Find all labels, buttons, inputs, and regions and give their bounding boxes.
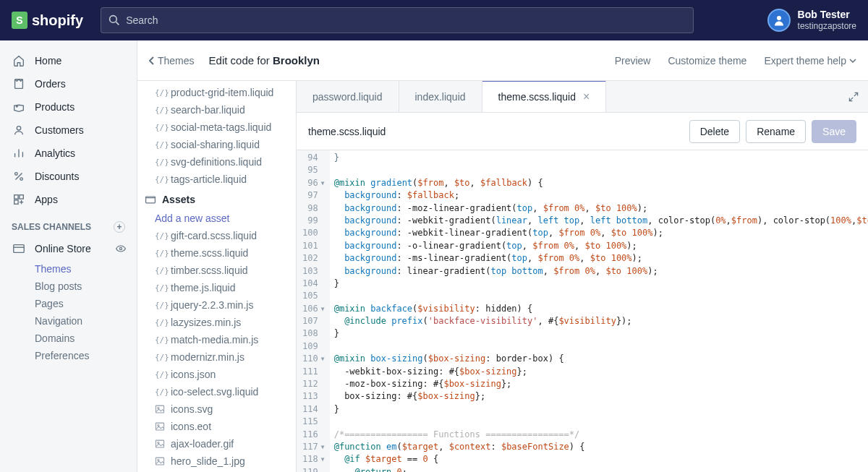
tree-item[interactable]: {/}match-media.min.js <box>137 331 296 348</box>
file-name: icons.eot <box>171 421 211 432</box>
code-body[interactable]: } @mixin gradient($from, $to, $fallback)… <box>330 150 868 472</box>
tree-item[interactable]: {/}theme.js.liquid <box>137 279 296 296</box>
tree-item[interactable]: {/}timber.scss.liquid <box>137 262 296 279</box>
nav-item-label: Customers <box>35 124 84 136</box>
tab-index-liquid[interactable]: index.liquid <box>399 81 482 112</box>
analytics-icon <box>12 146 26 160</box>
nav-online-store[interactable]: Online Store <box>0 237 103 260</box>
liquid-file-icon: {/} <box>155 353 166 362</box>
svg-line-9 <box>16 173 22 180</box>
expert-help-link[interactable]: Expert theme help <box>764 55 856 66</box>
delete-button[interactable]: Delete <box>689 120 740 143</box>
nav-item-analytics[interactable]: Analytics <box>0 142 137 165</box>
file-tree[interactable]: {/}product-grid-item.liquid{/}search-bar… <box>137 81 297 472</box>
liquid-file-icon: {/} <box>155 158 166 167</box>
tree-item[interactable]: {/}search-bar.liquid <box>137 101 296 119</box>
nav-item-orders[interactable]: Orders <box>0 72 137 95</box>
image-file-icon <box>155 404 166 414</box>
nav-sub-domains[interactable]: Domains <box>0 330 137 347</box>
tree-item[interactable]: {/}social-meta-tags.liquid <box>137 119 296 136</box>
svg-line-1 <box>116 22 119 25</box>
liquid-file-icon: {/} <box>155 175 166 184</box>
nav-item-discounts[interactable]: Discounts <box>0 165 137 188</box>
nav-sub-navigation[interactable]: Navigation <box>0 312 137 330</box>
file-name: social-meta-tags.liquid <box>171 121 271 133</box>
svg-line-31 <box>854 93 858 96</box>
user-menu[interactable]: Bob Tester testingzapstore <box>750 9 856 32</box>
nav-item-label: Online Store <box>35 243 91 254</box>
tree-item[interactable]: hero_slide_1.jpg <box>137 452 296 470</box>
tree-item[interactable]: icons.eot <box>137 418 296 435</box>
tab-password-liquid[interactable]: password.liquid <box>297 81 399 112</box>
line-gutter: 949596▾979899100101102103104105106▾10710… <box>297 150 330 472</box>
file-name: ajax-loader.gif <box>171 438 234 450</box>
preview-link[interactable]: Preview <box>615 55 651 66</box>
tab-theme-scss-liquid[interactable]: theme.scss.liquid× <box>482 81 607 112</box>
tree-item[interactable]: {/}modernizr.min.js <box>137 348 296 366</box>
customers-icon <box>12 123 26 137</box>
tree-item[interactable]: {/}tags-article.liquid <box>137 171 296 188</box>
logo[interactable]: shopify <box>12 12 83 29</box>
products-icon <box>12 100 26 114</box>
nav-sub-themes[interactable]: Themes <box>0 260 137 278</box>
discounts-icon <box>12 169 26 184</box>
tree-item[interactable]: {/}svg-definitions.liquid <box>137 153 296 171</box>
nav-item-customers[interactable]: Customers <box>0 119 137 142</box>
filename: theme.scss.liquid <box>308 126 386 137</box>
tree-item[interactable]: {/}social-sharing.liquid <box>137 136 296 153</box>
tree-item[interactable]: {/}product-grid-item.liquid <box>137 84 296 101</box>
orders-icon <box>12 77 26 91</box>
code-editor[interactable]: 949596▾979899100101102103104105106▾10710… <box>297 150 868 472</box>
editor: password.liquidindex.liquidtheme.scss.li… <box>297 81 868 472</box>
file-name: modernizr.min.js <box>171 351 244 363</box>
tree-item[interactable]: {/}icons.json <box>137 366 296 383</box>
assets-folder[interactable]: Assets <box>137 188 296 210</box>
tree-item[interactable]: {/}theme.scss.liquid <box>137 244 296 262</box>
file-name: search-bar.liquid <box>171 104 245 116</box>
add-channel-icon[interactable]: + <box>114 221 125 233</box>
tree-item[interactable]: {/}jquery-2.2.3.min.js <box>137 296 296 314</box>
search-input[interactable] <box>126 14 686 26</box>
liquid-file-icon: {/} <box>155 301 166 310</box>
save-button[interactable]: Save <box>812 120 856 143</box>
content: Themes Edit code for Brooklyn Preview Cu… <box>137 40 868 472</box>
image-file-icon <box>155 421 166 432</box>
top-bar: shopify Bob Tester testingzapstore <box>0 0 868 40</box>
tree-item[interactable]: icons.svg <box>137 400 296 418</box>
tree-item[interactable]: ajax-loader.gif <box>137 435 296 452</box>
nav-item-home[interactable]: Home <box>0 49 137 72</box>
nav-sub-preferences[interactable]: Preferences <box>0 347 137 364</box>
liquid-file-icon: {/} <box>155 106 166 115</box>
file-name: gift-card.scss.liquid <box>171 230 257 241</box>
file-name: theme.js.liquid <box>171 282 236 293</box>
nav-sub-pages[interactable]: Pages <box>0 295 137 312</box>
nav-sub-blog-posts[interactable]: Blog posts <box>0 278 137 295</box>
svg-point-5 <box>17 126 20 130</box>
liquid-file-icon: {/} <box>155 266 166 275</box>
tree-item[interactable]: {/}lazysizes.min.js <box>137 314 296 331</box>
eye-icon[interactable] <box>115 243 127 254</box>
tabs: password.liquidindex.liquidtheme.scss.li… <box>297 81 868 113</box>
nav-item-products[interactable]: Products <box>0 95 137 119</box>
file-name: match-media.min.js <box>171 334 258 346</box>
liquid-file-icon: {/} <box>155 318 166 327</box>
brand-name: shopify <box>32 12 83 29</box>
tree-item[interactable]: {/}gift-card.scss.liquid <box>137 227 296 244</box>
user-icon <box>773 14 786 27</box>
customize-theme-link[interactable]: Customize theme <box>668 55 746 66</box>
svg-rect-17 <box>14 245 24 253</box>
nav-item-apps[interactable]: Apps <box>0 188 137 211</box>
add-asset-link[interactable]: Add a new asset <box>137 210 296 227</box>
tree-item[interactable]: {/}ico-select.svg.liquid <box>137 383 296 400</box>
rename-button[interactable]: Rename <box>746 120 806 143</box>
expand-button[interactable] <box>839 81 868 112</box>
user-name: Bob Tester <box>798 9 856 21</box>
file-name: product-grid-item.liquid <box>171 87 273 98</box>
search-box[interactable] <box>101 7 694 33</box>
nav-item-label: Home <box>35 55 61 66</box>
svg-point-10 <box>15 173 18 176</box>
nav-item-label: Products <box>35 101 75 113</box>
back-button[interactable]: Themes <box>149 55 195 66</box>
close-icon[interactable]: × <box>583 90 590 103</box>
folder-label: Assets <box>162 194 195 205</box>
